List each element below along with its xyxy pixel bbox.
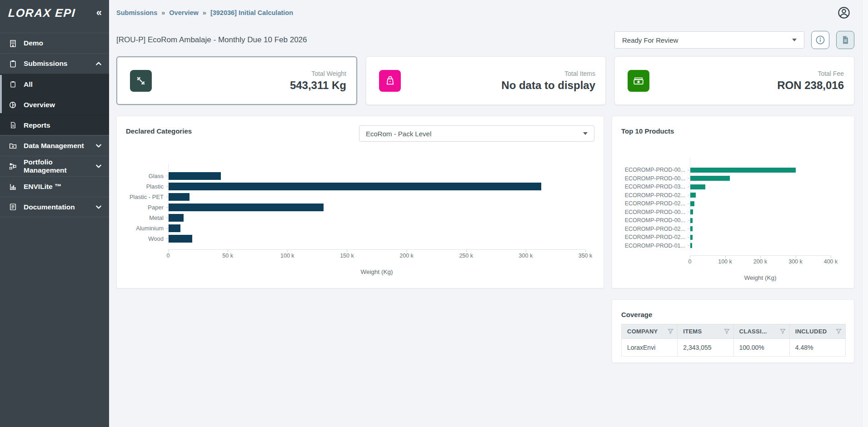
- axis-tickmark: [228, 250, 228, 252]
- x-axis-title: Weight (Kg): [168, 268, 585, 275]
- category-label: Aluminium: [126, 223, 168, 233]
- sidebar-item-portfolio-management[interactable]: Portfolio Management: [0, 156, 109, 176]
- bar-plastic-pet[interactable]: [169, 193, 190, 201]
- lorax-epi-logo: LORAX EPI: [8, 6, 76, 20]
- column-header-classified[interactable]: CLASSI...: [733, 324, 789, 339]
- bar-track: [690, 216, 831, 225]
- user-avatar-icon[interactable]: [837, 6, 851, 20]
- axis-tick-label: 200 k: [753, 258, 768, 265]
- bar-plastic[interactable]: [169, 183, 541, 190]
- category-label: ECOROMP-PROD-02...: [621, 233, 690, 242]
- column-header-included[interactable]: INCLUDED: [789, 324, 845, 339]
- status-dropdown[interactable]: Ready For Review: [614, 31, 804, 49]
- bar-track: [169, 181, 585, 192]
- stat-cards-row: Total Weight 543,311 Kg Total Items No d…: [116, 56, 854, 105]
- sidebar-item-submissions[interactable]: Submissions: [0, 53, 109, 74]
- chart-body: GlassPlasticPlastic - PETPaperMetalAlumi…: [126, 164, 604, 244]
- breadcrumb-overview[interactable]: Overview: [169, 9, 199, 16]
- bar-wood[interactable]: [169, 235, 192, 243]
- breadcrumb-current[interactable]: [392036] Initial Calculation: [210, 9, 293, 16]
- report-file-icon: [8, 121, 17, 130]
- coverage-title: Coverage: [621, 309, 652, 318]
- weight-icon: [130, 70, 152, 92]
- bar-ecoromp-prod-00[interactable]: [690, 218, 693, 223]
- sidebar-collapse-icon[interactable]: «: [96, 8, 102, 18]
- bar-track: [690, 191, 831, 200]
- sidebar-item-overview[interactable]: Overview: [0, 94, 109, 115]
- bar-ecoromp-prod-02[interactable]: [690, 235, 693, 240]
- hierarchy-icon: [8, 162, 17, 171]
- chart-plot-area: [690, 159, 831, 250]
- stat-text: Total Weight 543,311 Kg: [290, 70, 346, 92]
- x-axis: 0100 k200 k300 k400 k: [690, 255, 831, 267]
- info-button[interactable]: [811, 31, 829, 49]
- sidebar-item-documentation[interactable]: Documentation: [0, 197, 109, 217]
- sidebar-item-reports[interactable]: Reports: [0, 115, 109, 135]
- chevron-up-icon: [95, 60, 102, 67]
- stat-label: Total Items: [501, 70, 595, 77]
- topbar: Submissions » Overview » [392036] Initia…: [116, 0, 854, 23]
- breadcrumb-submissions[interactable]: Submissions: [116, 9, 157, 16]
- sidebar-item-label: Reports: [24, 121, 102, 129]
- column-header-company[interactable]: COMPANY: [622, 324, 678, 339]
- sidebar-submenu-submissions: All Overview Reports: [0, 74, 109, 135]
- top10-products-chart: ECOROMP-PROD-00...ECOROMP-PROD-00...ECOR…: [612, 159, 854, 281]
- sidebar-item-data-management[interactable]: Data Management: [0, 135, 109, 156]
- bar-ecoromp-prod-02[interactable]: [690, 226, 693, 231]
- report-file-button[interactable]: [836, 31, 854, 49]
- bar-ecoromp-prod-02[interactable]: [690, 201, 694, 206]
- category-label: Paper: [126, 202, 168, 213]
- bar-metal[interactable]: [169, 214, 184, 222]
- bar-paper[interactable]: [169, 204, 324, 211]
- stat-value: No data to display: [501, 79, 595, 92]
- submenu-scrollbar[interactable]: [0, 75, 2, 113]
- page-scrollbar[interactable]: [862, 0, 868, 427]
- coverage-table: COMPANY ITEMS CLASSI... INCLUDED LoraxEn…: [621, 324, 846, 357]
- coverage-panel: Coverage COMPANY ITEMS CLASSI... INCLUDE…: [612, 299, 854, 363]
- total-weight-card[interactable]: Total Weight 543,311 Kg: [116, 56, 357, 105]
- items-cell: 2,343,055: [678, 339, 733, 357]
- axis-tickmark: [407, 250, 407, 252]
- sidebar-item-demo[interactable]: Demo: [0, 33, 109, 53]
- category-label: ECOROMP-PROD-00...: [621, 208, 690, 217]
- bar-chart-icon: [8, 182, 17, 191]
- stat-text: Total Items No data to display: [501, 70, 595, 92]
- classified-cell: 100.00%: [733, 339, 789, 357]
- filter-icon: [724, 328, 730, 334]
- right-column: Top 10 Products ECOROMP-PROD-00...ECOROM…: [612, 116, 854, 363]
- sidebar-item-all[interactable]: All: [0, 74, 109, 94]
- building-icon: [8, 39, 17, 48]
- scheme-dropdown[interactable]: EcoRom - Pack Level: [359, 125, 594, 142]
- bar-ecoromp-prod-00[interactable]: [690, 209, 693, 214]
- info-icon: [815, 35, 825, 45]
- total-items-card[interactable]: Total Items No data to display: [366, 56, 606, 105]
- column-header-items[interactable]: ITEMS: [678, 324, 733, 339]
- bar-aluminium[interactable]: [169, 224, 180, 232]
- bar-ecoromp-prod-03[interactable]: [690, 184, 705, 189]
- total-fee-card[interactable]: Total Fee RON 238,016: [614, 56, 854, 105]
- category-label: ECOROMP-PROD-00...: [621, 174, 690, 183]
- bar-ecoromp-prod-02[interactable]: [690, 193, 696, 198]
- category-label: Plastic - PET: [126, 192, 168, 202]
- bar-ecoromp-prod-00[interactable]: [690, 168, 796, 173]
- axis-tickmark: [526, 250, 526, 252]
- sidebar-item-envilite[interactable]: ENVILite ™: [0, 176, 109, 197]
- coverage-data-row: LoraxEnvi 2,343,055 100.00% 4.48%: [622, 339, 846, 357]
- axis-tick-label: 0: [688, 258, 692, 265]
- category-label: ECOROMP-PROD-00...: [621, 216, 690, 225]
- top10-products-panel: Top 10 Products ECOROMP-PROD-00...ECOROM…: [612, 116, 854, 288]
- axis-tickmark: [585, 250, 586, 252]
- axis-tick-label: 200 k: [399, 253, 414, 259]
- category-label: ECOROMP-PROD-02...: [621, 191, 690, 200]
- bar-ecoromp-prod-00[interactable]: [690, 176, 730, 181]
- bar-track: [169, 171, 585, 181]
- bar-track: [690, 183, 831, 191]
- bar-track: [690, 166, 831, 174]
- category-label: Metal: [126, 213, 168, 223]
- clipboard-icon: [8, 80, 17, 89]
- panel-head: Declared Categories EcoRom - Pack Level: [117, 116, 604, 142]
- sidebar-item-label: Overview: [24, 101, 102, 109]
- bar-glass[interactable]: [169, 172, 221, 180]
- bar-ecoromp-prod-01[interactable]: [690, 243, 692, 248]
- sidebar-item-label: Data Management: [24, 142, 95, 150]
